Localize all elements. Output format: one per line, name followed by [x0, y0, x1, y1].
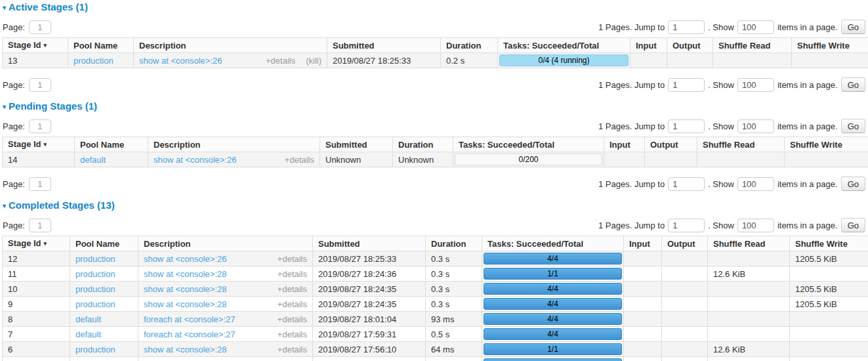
go-button[interactable]: Go	[841, 177, 865, 191]
pool-name-link[interactable]: production	[75, 345, 115, 354]
section-heading-pending[interactable]: ▾Pending Stages (1)	[3, 100, 866, 112]
details-link[interactable]: +details	[278, 284, 307, 294]
column-header-4[interactable]: Duration	[441, 38, 498, 53]
show-count-input[interactable]	[737, 20, 774, 34]
column-header-0[interactable]: Stage Id▾	[3, 137, 75, 152]
pool-name-link[interactable]: production	[75, 254, 115, 264]
description-actions: +details	[278, 314, 307, 324]
description-link[interactable]: show at <console>:28	[144, 345, 226, 354]
details-link[interactable]: +details	[278, 299, 307, 309]
tasks-cell: 0/200	[453, 152, 604, 167]
column-header-3[interactable]: Submitted	[327, 38, 441, 53]
column-header-9[interactable]: Shuffle Write	[785, 137, 868, 152]
column-header-2[interactable]: Description	[134, 38, 327, 53]
column-header-0[interactable]: Stage Id▾	[3, 236, 70, 251]
column-header-label: Stage Id	[8, 139, 41, 149]
page-number-input[interactable]	[29, 119, 51, 133]
column-header-7[interactable]: Output	[645, 137, 697, 152]
column-header-5[interactable]: Tasks: Succeeded/Total	[498, 38, 630, 53]
shuffle-write-cell	[790, 342, 868, 357]
column-header-3[interactable]: Submitted	[320, 137, 393, 152]
duration-cell: 0.3 s	[426, 297, 482, 312]
description-link[interactable]: show at <console>:28	[144, 284, 226, 294]
sort-desc-icon: ▾	[44, 240, 47, 247]
pool-name-link[interactable]: default	[75, 314, 101, 324]
description-cell: show at <console>:26+details(kill)	[134, 53, 327, 68]
column-header-9[interactable]: Shuffle Write	[792, 38, 868, 53]
output-cell	[662, 282, 708, 297]
go-button[interactable]: Go	[841, 218, 865, 232]
go-button[interactable]: Go	[841, 77, 865, 92]
column-header-1[interactable]: Pool Name	[70, 236, 138, 251]
pool-name-link[interactable]: production	[75, 284, 115, 294]
column-header-2[interactable]: Description	[148, 137, 320, 152]
show-count-input[interactable]	[737, 119, 774, 133]
duration-cell: 0.2 s	[441, 53, 498, 68]
page-selector: Page:	[3, 20, 51, 34]
pool-name-link[interactable]: production	[73, 56, 114, 66]
go-button[interactable]: Go	[841, 119, 865, 133]
description-link[interactable]: foreach at <console>:27	[144, 314, 236, 324]
jump-to-input[interactable]	[668, 20, 705, 34]
column-header-9[interactable]: Shuffle Write	[790, 236, 868, 251]
jump-to-input[interactable]	[668, 219, 705, 232]
column-header-8[interactable]: Shuffle Read	[708, 236, 790, 251]
column-header-1[interactable]: Pool Name	[68, 38, 134, 53]
column-header-2[interactable]: Description	[138, 236, 313, 251]
pool-name-link[interactable]: production	[75, 269, 115, 279]
jump-to-input[interactable]	[668, 177, 705, 191]
details-link[interactable]: +details	[278, 314, 307, 324]
input-cell	[604, 152, 645, 167]
column-header-5[interactable]: Tasks: Succeeded/Total	[482, 236, 624, 251]
page-number-input[interactable]	[29, 177, 51, 191]
page-number-input[interactable]	[29, 78, 51, 92]
tasks-progress-bar: 1/1	[484, 268, 622, 280]
column-header-0[interactable]: Stage Id▾	[3, 38, 68, 53]
table-body: 12productionshow at <console>:26+details…	[3, 251, 868, 361]
column-header-6[interactable]: Input	[604, 137, 645, 152]
column-header-3[interactable]: Submitted	[313, 236, 426, 251]
column-header-6[interactable]: Input	[630, 38, 667, 53]
details-link[interactable]: +details	[285, 155, 314, 165]
page-number-input[interactable]	[29, 219, 51, 232]
column-header-8[interactable]: Shuffle Read	[697, 137, 785, 152]
description-link[interactable]: show at <console>:26	[139, 56, 222, 66]
column-header-7[interactable]: Output	[662, 236, 708, 251]
pool-name-link[interactable]: production	[75, 299, 115, 309]
description-link[interactable]: show at <console>:26	[144, 254, 226, 264]
page-number-input[interactable]	[29, 20, 51, 34]
show-count-input[interactable]	[737, 219, 774, 232]
column-header-8[interactable]: Shuffle Read	[713, 38, 792, 53]
description-link[interactable]: show at <console>:28	[144, 269, 226, 279]
column-header-4[interactable]: Duration	[393, 137, 453, 152]
details-link[interactable]: +details	[266, 56, 295, 66]
details-link[interactable]: +details	[278, 269, 307, 279]
show-count-input[interactable]	[737, 78, 774, 92]
kill-link[interactable]: (kill)	[306, 56, 321, 66]
tasks-cell: 0/4 (4 running)	[498, 53, 630, 68]
pool-name-link[interactable]: default	[80, 155, 106, 165]
column-header-7[interactable]: Output	[667, 38, 713, 53]
column-header-5[interactable]: Tasks: Succeeded/Total	[453, 137, 604, 152]
section-heading-completed[interactable]: ▾Completed Stages (13)	[3, 200, 866, 211]
pool-name-link[interactable]: default	[75, 329, 101, 339]
column-header-1[interactable]: Pool Name	[75, 137, 148, 152]
description-cell: show at <console>:28+details	[138, 266, 313, 282]
column-header-6[interactable]: Input	[624, 236, 662, 251]
description-link[interactable]: show at <console>:26	[154, 155, 236, 165]
show-count-input[interactable]	[737, 177, 774, 191]
section-heading-active[interactable]: ▾Active Stages (1)	[3, 1, 866, 12]
description-link[interactable]: show at <console>:28	[144, 299, 226, 309]
jump-to-input[interactable]	[668, 119, 705, 133]
column-header-4[interactable]: Duration	[426, 236, 482, 251]
description-actions: +details	[278, 299, 307, 309]
details-link[interactable]: +details	[278, 345, 307, 354]
stage-row: 7defaultforeach at <console>:27+details2…	[3, 327, 868, 342]
jump-to-input[interactable]	[668, 78, 705, 92]
go-button[interactable]: Go	[841, 20, 865, 34]
description-link[interactable]: foreach at <console>:27	[144, 329, 236, 339]
output-cell	[662, 251, 708, 266]
shuffle-write-cell: 1205.5 KiB	[790, 251, 868, 266]
details-link[interactable]: +details	[278, 329, 307, 339]
details-link[interactable]: +details	[278, 254, 307, 264]
